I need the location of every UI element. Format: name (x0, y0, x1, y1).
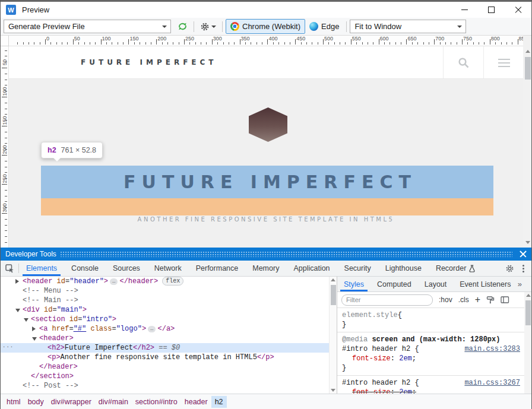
styles-tabs-strip: StylesComputedLayoutEvent Listeners» (337, 277, 532, 292)
preview-canvas: FUTURE IMPERFECT h2 761 × 52.8 FUTURE IM… (9, 46, 523, 248)
tree-row[interactable]: <!-- Post --> (1, 381, 337, 391)
tab-application[interactable]: Application (286, 261, 337, 276)
hov-toggle[interactable]: :hov (439, 296, 452, 304)
chrome-logo-icon (230, 22, 239, 31)
tab-lighthouse[interactable]: Lighthouse (378, 261, 429, 276)
devtools-body: <header id="header">…</header>flex<!-- M… (1, 277, 531, 394)
row-gutter-dots: ... (2, 341, 14, 351)
minimize-icon (461, 9, 468, 10)
kebab-menu-icon[interactable] (522, 268, 524, 270)
expand-arrow-icon[interactable] (15, 279, 19, 284)
crumb-section-intro[interactable]: section#intro (132, 396, 181, 408)
h2-margin-highlight (41, 198, 493, 215)
scrollbar-thumb[interactable] (525, 300, 531, 325)
styles-tab-styles[interactable]: Styles (337, 277, 370, 291)
tab-network[interactable]: Network (147, 261, 189, 276)
scroll-down-icon[interactable] (525, 241, 530, 244)
tree-row[interactable]: </header> (1, 362, 337, 372)
generate-preview-combo[interactable]: Generate Preview File (4, 20, 171, 33)
styles-tab-computed[interactable]: Computed (370, 277, 418, 291)
dock-side-icon[interactable] (501, 296, 509, 304)
styles-scrollbar[interactable] (524, 292, 532, 394)
tab-performance[interactable]: Performance (189, 261, 246, 276)
more-tabs-chevron[interactable]: » (518, 280, 522, 288)
scrollbar-thumb[interactable] (331, 285, 336, 305)
stylesheet-link[interactable]: main.css:3267 (464, 378, 520, 388)
tab-recorder[interactable]: Recorder (429, 261, 483, 276)
site-logo[interactable]: FUTURE IMPERFECT (81, 58, 217, 66)
styles-tab-layout[interactable]: Layout (418, 277, 454, 291)
css-rule-block: #intro header h2 {main.css:3267font-size… (337, 376, 525, 394)
css-property[interactable]: font-size: 2em; (342, 354, 520, 363)
crumb-body[interactable]: body (24, 396, 48, 408)
tab-sources[interactable]: Sources (106, 261, 147, 276)
crumb-div-main[interactable]: div#main (95, 396, 132, 408)
header-separator (483, 46, 484, 78)
chrome-webkit-button[interactable]: Chrome (Webkit) (226, 19, 305, 34)
expand-arrow-icon[interactable] (24, 318, 28, 322)
tree-row[interactable]: ...<h2>Future Imperfect</h2> == $0 (1, 343, 337, 353)
expand-arrow-icon[interactable] (32, 326, 36, 331)
styles-toolbar: :hov .cls + (337, 292, 532, 308)
minimize-button[interactable] (451, 2, 478, 18)
new-style-rule-button[interactable]: + (475, 296, 480, 304)
tab-elements[interactable]: Elements (19, 261, 64, 276)
devtools-titlebar[interactable]: Developer Tools (1, 248, 531, 261)
scroll-up-icon[interactable] (526, 294, 531, 297)
tree-row[interactable]: <!-- Menu --> (1, 286, 337, 296)
tree-row[interactable]: <p>Another fine responsive site template… (1, 353, 337, 362)
styles-tab-event-listeners[interactable]: Event Listeners (453, 277, 517, 291)
elements-panel: <header id="header">…</header>flex<!-- M… (1, 277, 337, 394)
devtools-close-icon[interactable] (519, 250, 527, 258)
expand-arrow-icon[interactable] (15, 309, 20, 312)
tree-row[interactable]: <!-- Main --> (1, 296, 337, 305)
expand-ellipsis-button[interactable]: … (148, 326, 156, 332)
preview-window: W Preview Generate Preview File (0, 0, 532, 409)
crumb-html[interactable]: html (3, 396, 24, 408)
tab-console[interactable]: Console (64, 261, 106, 276)
expand-arrow-icon[interactable] (32, 337, 37, 341)
crumb-div-wrapper[interactable]: div#wrapper (48, 396, 95, 408)
zoom-mode-label: Fit to Window (354, 22, 401, 31)
zoom-mode-combo[interactable]: Fit to Window (350, 20, 466, 33)
paint-roller-icon[interactable] (486, 296, 495, 304)
devtools-settings-gear-icon[interactable] (505, 264, 514, 273)
tree-row[interactable]: <header id="header">…</header>flex (1, 277, 337, 286)
preview-scrollbar[interactable] (523, 36, 531, 248)
scroll-up-icon[interactable] (525, 50, 530, 53)
tree-row[interactable]: <div id="main"> (1, 305, 337, 315)
inspect-element-button[interactable] (1, 261, 18, 276)
tree-row[interactable]: <a href="#" class="logo">…</a> (1, 324, 337, 334)
expand-ellipsis-button[interactable]: … (110, 278, 118, 285)
tree-row[interactable]: </section> (1, 372, 337, 381)
crumb-h2[interactable]: h2 (211, 396, 227, 408)
scroll-up-icon[interactable] (331, 278, 335, 281)
generate-preview-label: Generate Preview File (8, 22, 85, 31)
refresh-button[interactable] (175, 20, 191, 33)
titlebar-dots (60, 251, 512, 257)
tree-row[interactable]: <header> (1, 334, 337, 343)
devtools-panel: Developer Tools ElementsConsoleSourcesNe… (1, 248, 531, 409)
flex-badge[interactable]: flex (162, 277, 183, 286)
edge-button[interactable]: Edge (305, 20, 343, 33)
crumb-header[interactable]: header (181, 396, 211, 408)
header-separator (443, 46, 444, 78)
close-button[interactable] (505, 2, 531, 18)
elements-scrollbar[interactable] (329, 277, 337, 394)
settings-button[interactable] (197, 20, 219, 33)
hexagon-logo[interactable] (249, 107, 287, 142)
css-property[interactable]: font-size: 2em; (342, 388, 520, 394)
scrollbar-thumb[interactable] (525, 57, 531, 80)
css-rule-block: element.style {} (337, 308, 525, 332)
tab-memory[interactable]: Memory (245, 261, 286, 276)
menu-icon[interactable] (498, 59, 510, 69)
tab-security[interactable]: Security (337, 261, 378, 276)
tree-row[interactable]: <section id="intro"> (1, 315, 337, 324)
search-icon[interactable] (458, 57, 470, 69)
stylesheet-link[interactable]: main.css:3283 (464, 344, 520, 354)
scroll-down-icon[interactable] (331, 389, 335, 392)
css-rule-block: @media screen and (max-width: 1280px)#in… (337, 332, 525, 376)
maximize-button[interactable] (478, 2, 505, 18)
cls-toggle[interactable]: .cls (458, 296, 469, 304)
styles-filter-input[interactable] (341, 294, 433, 306)
